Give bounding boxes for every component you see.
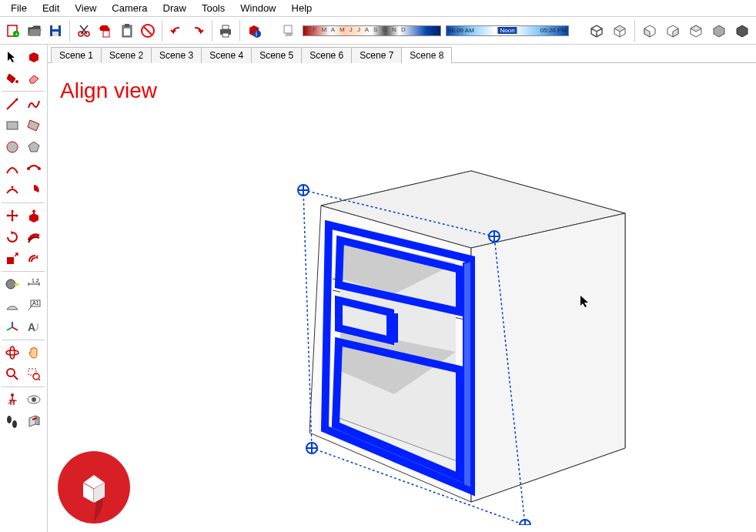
two-point-arc-tool[interactable] — [23, 158, 45, 179]
3d-text-tool[interactable]: A — [23, 316, 45, 338]
zoom-window-tool[interactable] — [23, 363, 45, 385]
right-view-button[interactable] — [662, 20, 684, 42]
move-tool[interactable] — [2, 205, 23, 226]
svg-line-8 — [81, 25, 88, 34]
svg-text:1.2: 1.2 — [32, 278, 39, 283]
print-button[interactable] — [216, 20, 236, 42]
redo-button[interactable] — [188, 20, 208, 42]
main-area: Scene 1 Scene 2 Scene 3 Scene 4 Scene 5 … — [48, 45, 756, 532]
menu-view[interactable]: View — [69, 1, 102, 15]
save-button[interactable] — [46, 20, 66, 42]
freehand-tool[interactable] — [23, 93, 45, 115]
select-tool[interactable] — [2, 46, 23, 68]
dimension-tool[interactable]: 1.2 — [23, 273, 45, 295]
paint-bucket-tool[interactable] — [2, 68, 23, 89]
cut-button[interactable] — [74, 20, 94, 42]
rotate-tool[interactable] — [2, 226, 23, 248]
svg-line-43 — [14, 376, 18, 380]
menu-help[interactable]: Help — [286, 1, 319, 15]
bottom-view-button[interactable] — [731, 20, 753, 42]
walk-tool[interactable] — [2, 410, 23, 432]
open-file-button[interactable] — [25, 20, 45, 42]
left-view-button[interactable] — [708, 20, 730, 42]
svg-text:A: A — [28, 321, 35, 333]
svg-point-40 — [6, 350, 18, 355]
svg-line-46 — [38, 379, 40, 380]
rotated-rectangle-tool[interactable] — [23, 115, 45, 136]
menu-draw[interactable]: Draw — [157, 1, 192, 15]
svg-point-41 — [10, 346, 15, 359]
svg-line-9 — [80, 25, 87, 34]
scene-tab-2[interactable]: Scene 2 — [101, 47, 152, 63]
svg-rect-28 — [7, 257, 14, 264]
svg-rect-17 — [222, 25, 229, 29]
top-view-button[interactable] — [609, 20, 631, 42]
axes-tool[interactable] — [2, 316, 23, 338]
month-labels: J F M A M J J A S O N D — [305, 26, 407, 33]
push-pull-tool[interactable] — [23, 205, 45, 226]
back-view-button[interactable] — [685, 20, 707, 42]
svg-rect-12 — [125, 24, 129, 27]
menu-edit[interactable]: Edit — [36, 1, 65, 15]
paste-button[interactable] — [117, 20, 137, 42]
scene-tabs: Scene 1 Scene 2 Scene 3 Scene 4 Scene 5 … — [48, 45, 756, 63]
polygon-tool[interactable] — [23, 136, 45, 158]
scene-tab-1[interactable]: Scene 1 — [51, 47, 102, 63]
svg-line-38 — [7, 327, 12, 330]
svg-point-19 — [253, 30, 261, 38]
menu-camera[interactable]: Camera — [105, 1, 153, 15]
eraser-tool[interactable] — [23, 68, 45, 89]
svg-text:A1: A1 — [32, 300, 39, 306]
menu-tools[interactable]: Tools — [196, 1, 231, 15]
line-tool[interactable] — [2, 93, 23, 115]
svg-point-25 — [27, 167, 30, 170]
new-file-button[interactable]: + — [3, 20, 23, 42]
app-logo — [55, 449, 132, 526]
svg-point-29 — [6, 279, 15, 289]
date-slider[interactable]: J F M A M J J A S O N D — [303, 25, 441, 36]
viewport-3d[interactable]: Align view — [48, 63, 756, 532]
orbit-tool[interactable] — [2, 342, 23, 363]
three-point-arc-tool[interactable] — [2, 179, 23, 201]
make-component-tool[interactable] — [23, 46, 45, 68]
scene-tab-6[interactable]: Scene 6 — [301, 47, 352, 63]
iso-view-button[interactable] — [586, 20, 607, 42]
scene-tab-8[interactable]: Scene 8 — [401, 47, 452, 63]
arc-tool[interactable] — [2, 158, 23, 179]
model-geometry — [240, 125, 671, 525]
front-view-button[interactable] — [639, 20, 661, 42]
rectangle-tool[interactable] — [2, 115, 23, 136]
circle-tool[interactable] — [2, 136, 23, 158]
menu-window[interactable]: Window — [234, 1, 282, 15]
tape-measure-tool[interactable] — [2, 273, 23, 295]
time-slider[interactable]: 06:09 AM Noon 05:26 PM — [446, 25, 569, 36]
text-tool[interactable]: A1 — [23, 295, 45, 316]
pan-tool[interactable] — [23, 342, 45, 363]
undo-button[interactable] — [166, 20, 186, 42]
protractor-tool[interactable] — [2, 295, 23, 316]
delete-button[interactable] — [139, 20, 159, 42]
svg-point-26 — [38, 167, 41, 170]
scene-tab-3[interactable]: Scene 3 — [151, 47, 202, 63]
main-toolbar: + i J F M A M J J A S O N D 06:09 AM Noo… — [0, 17, 756, 45]
position-camera-tool[interactable] — [2, 389, 23, 410]
menu-file[interactable]: File — [5, 1, 33, 15]
svg-point-51 — [7, 416, 12, 423]
scale-tool[interactable] — [2, 248, 23, 269]
follow-me-tool[interactable] — [23, 226, 45, 248]
pie-tool[interactable] — [23, 179, 45, 201]
scene-tab-5[interactable]: Scene 5 — [251, 47, 302, 63]
tool-palette: 1.2 A1 A — [0, 45, 48, 532]
offset-tool[interactable] — [23, 248, 45, 269]
viewport-annotation: Align view — [60, 79, 157, 103]
scene-tab-7[interactable]: Scene 7 — [351, 47, 402, 63]
section-plane-tool[interactable] — [23, 410, 45, 432]
shadow-toggle-button[interactable] — [281, 22, 298, 39]
copy-button[interactable] — [95, 20, 115, 42]
look-around-tool[interactable] — [23, 389, 45, 410]
svg-point-42 — [7, 369, 15, 376]
zoom-tool[interactable] — [2, 363, 23, 385]
svg-point-27 — [12, 186, 14, 189]
scene-tab-4[interactable]: Scene 4 — [201, 47, 252, 63]
model-info-button[interactable]: i — [244, 20, 264, 42]
